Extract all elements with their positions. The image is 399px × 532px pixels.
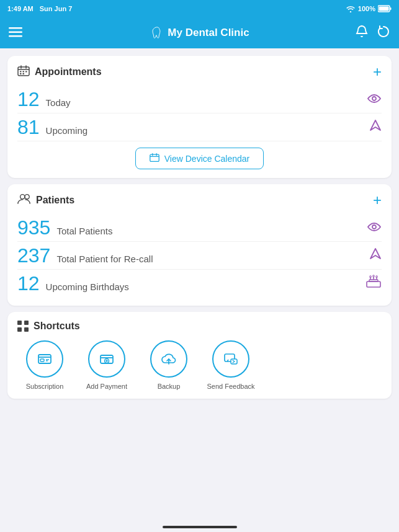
status-date: Sun Jun 7 <box>40 5 73 12</box>
appointments-title-text: Appointments <box>35 66 102 78</box>
svg-point-25 <box>376 276 377 278</box>
calendar-btn-wrap: View Device Calendar <box>17 148 382 169</box>
patients-add-button[interactable]: + <box>373 193 382 208</box>
shortcut-add-payment[interactable]: Add Payment <box>82 340 132 390</box>
upcoming-navigate-icon[interactable] <box>369 119 382 135</box>
shortcuts-grid: Subscription Add Payment <box>17 340 382 390</box>
recall-patients-left: 237 Total Patient for Re-call <box>17 246 153 265</box>
status-time: 1:49 AM <box>7 5 34 12</box>
nav-bar: My Dental Clinic <box>0 17 399 48</box>
send-feedback-circle <box>212 340 249 378</box>
svg-rect-11 <box>20 73 22 74</box>
menu-icon[interactable] <box>9 26 22 40</box>
appointments-title-group: Appointments <box>17 65 102 79</box>
add-payment-label: Add Payment <box>86 383 127 390</box>
svg-rect-28 <box>17 327 22 332</box>
tooth-icon <box>150 26 163 40</box>
status-bar-right: 100% <box>346 5 392 12</box>
upcoming-stat-left: 81 Upcoming <box>17 117 87 137</box>
view-calendar-button[interactable]: View Device Calendar <box>135 148 264 169</box>
add-payment-circle <box>88 340 125 378</box>
birthdays-cake-icon[interactable] <box>365 275 382 292</box>
appointments-card: Appointments + 12 Today 81 Upcoming <box>7 56 392 178</box>
backup-label: Backup <box>158 383 181 390</box>
birthdays-row: 12 Upcoming Birthdays <box>17 270 382 297</box>
recall-patients-count: 237 <box>17 246 50 265</box>
today-view-icon[interactable] <box>367 91 382 107</box>
refresh-icon[interactable] <box>377 25 390 42</box>
total-patients-left: 935 Total Patients <box>17 218 112 237</box>
svg-rect-8 <box>20 71 22 72</box>
recall-navigate-icon[interactable] <box>369 247 382 264</box>
svg-point-13 <box>372 97 376 100</box>
nav-title-area: My Dental Clinic <box>150 17 249 48</box>
shortcuts-grid-icon <box>17 321 29 332</box>
svg-rect-27 <box>24 321 29 325</box>
total-patients-count: 935 <box>17 218 50 237</box>
shortcuts-card: Shortcuts Subscription <box>7 312 392 399</box>
birthdays-left: 12 Upcoming Birthdays <box>17 273 129 293</box>
svg-rect-29 <box>24 327 29 332</box>
shortcut-send-feedback[interactable]: Send Feedback <box>206 340 256 390</box>
birthdays-count: 12 <box>17 273 40 293</box>
svg-rect-3 <box>9 27 22 29</box>
svg-point-16 <box>25 194 29 198</box>
nav-left <box>9 26 22 40</box>
appointments-icon <box>17 65 30 79</box>
upcoming-label: Upcoming <box>46 125 88 136</box>
svg-rect-34 <box>101 355 113 363</box>
today-label: Today <box>46 97 71 108</box>
svg-point-23 <box>370 276 371 278</box>
calendar-btn-icon <box>150 153 159 164</box>
notification-icon[interactable] <box>356 25 368 42</box>
svg-rect-9 <box>23 71 25 72</box>
recall-patients-row: 237 Total Patient for Re-call <box>17 242 382 270</box>
recall-patients-label: Total Patient for Re-call <box>56 254 153 264</box>
birthdays-label: Upcoming Birthdays <box>46 282 129 292</box>
home-indicator <box>163 526 237 528</box>
battery-percent: 100% <box>358 5 375 12</box>
total-patients-label: Total Patients <box>56 226 112 236</box>
svg-rect-12 <box>23 73 25 74</box>
svg-point-15 <box>20 194 25 198</box>
shortcuts-header: Shortcuts <box>17 321 382 332</box>
shortcut-subscription[interactable]: Subscription <box>20 340 69 390</box>
svg-rect-31 <box>40 359 44 361</box>
svg-point-17 <box>372 225 376 229</box>
patients-title-text: Patients <box>36 195 74 206</box>
upcoming-row: 81 Upcoming <box>17 113 382 141</box>
appointments-add-button[interactable]: + <box>373 64 382 79</box>
patients-header: Patients + <box>17 193 382 208</box>
backup-circle <box>150 340 187 378</box>
svg-rect-18 <box>367 282 380 287</box>
svg-rect-5 <box>9 35 22 37</box>
today-row: 12 Today <box>17 86 382 113</box>
patients-title-group: Patients <box>17 193 74 208</box>
svg-point-24 <box>373 275 374 277</box>
send-feedback-label: Send Feedback <box>207 383 254 390</box>
app-title: My Dental Clinic <box>168 27 249 39</box>
svg-rect-1 <box>379 7 389 11</box>
upcoming-count: 81 <box>17 117 40 137</box>
patients-icon <box>17 193 31 208</box>
shortcut-backup[interactable]: Backup <box>144 340 194 390</box>
subscription-circle <box>26 340 63 378</box>
total-patients-view-icon[interactable] <box>367 219 382 236</box>
svg-rect-10 <box>25 71 27 72</box>
svg-rect-14 <box>150 154 159 161</box>
svg-rect-4 <box>9 31 22 33</box>
battery-icon <box>378 5 392 12</box>
subscription-label: Subscription <box>26 383 64 390</box>
shortcuts-title-text: Shortcuts <box>34 321 80 332</box>
svg-rect-2 <box>390 7 392 10</box>
patients-card: Patients + 935 Total Patients 237 Total … <box>7 184 392 306</box>
main-content: Appointments + 12 Today 81 Upcoming <box>0 48 399 532</box>
calendar-btn-label: View Device Calendar <box>164 154 249 164</box>
appointments-header: Appointments + <box>17 64 382 79</box>
nav-right <box>356 25 390 42</box>
svg-rect-19 <box>369 280 378 282</box>
wifi-icon <box>346 5 356 12</box>
svg-point-6 <box>361 25 362 26</box>
status-bar: 1:49 AM Sun Jun 7 100% <box>0 0 399 17</box>
svg-rect-26 <box>17 321 22 325</box>
